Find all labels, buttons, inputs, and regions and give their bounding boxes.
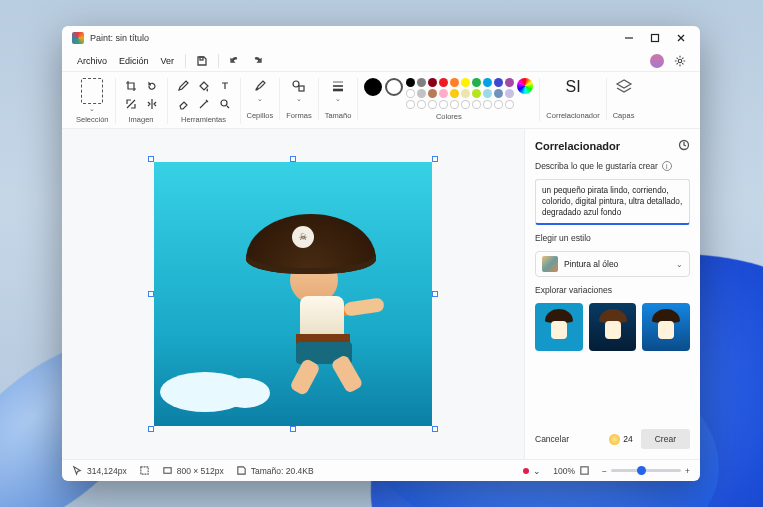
redo-button[interactable] bbox=[247, 52, 267, 70]
swatch[interactable] bbox=[494, 89, 503, 98]
swatch[interactable] bbox=[483, 78, 492, 87]
group-shapes: ⌄ Formas bbox=[280, 78, 318, 120]
zoom-slider[interactable] bbox=[611, 469, 681, 472]
create-button[interactable]: Crear bbox=[641, 429, 690, 449]
color-foreground[interactable] bbox=[364, 78, 382, 96]
swatch[interactable] bbox=[472, 100, 481, 109]
maximize-button[interactable] bbox=[642, 28, 668, 48]
handle-tl[interactable] bbox=[148, 156, 154, 162]
swatch[interactable] bbox=[505, 100, 514, 109]
swatch[interactable] bbox=[472, 89, 481, 98]
group-image: Imagen bbox=[116, 78, 168, 124]
user-avatar[interactable] bbox=[650, 54, 664, 68]
zoom-in[interactable]: + bbox=[685, 466, 690, 476]
close-button[interactable] bbox=[668, 28, 694, 48]
swatch[interactable] bbox=[417, 78, 426, 87]
cocreator-panel: Correlacionador Describa lo que le gusta… bbox=[524, 129, 700, 459]
swatch[interactable] bbox=[428, 89, 437, 98]
color-wheel[interactable] bbox=[517, 78, 533, 94]
magnify-tool[interactable] bbox=[216, 96, 234, 112]
swatch[interactable] bbox=[461, 100, 470, 109]
swatch[interactable] bbox=[406, 78, 415, 87]
minimize-button[interactable] bbox=[616, 28, 642, 48]
app-icon bbox=[72, 32, 84, 44]
variation-1[interactable] bbox=[535, 303, 583, 351]
swatch[interactable] bbox=[450, 100, 459, 109]
canvas-area[interactable]: ☠ bbox=[62, 129, 524, 459]
swatch[interactable] bbox=[494, 78, 503, 87]
swatch[interactable] bbox=[428, 100, 437, 109]
text-tool[interactable] bbox=[216, 78, 234, 94]
cocreator-button[interactable]: SI bbox=[565, 78, 580, 96]
layers-button[interactable] bbox=[615, 78, 633, 96]
fit-icon[interactable] bbox=[579, 465, 590, 476]
group-size: ⌄ Tamaño bbox=[319, 78, 359, 120]
swatch[interactable] bbox=[439, 89, 448, 98]
swatch[interactable] bbox=[483, 100, 492, 109]
swatch[interactable] bbox=[428, 78, 437, 87]
menu-view[interactable]: Ver bbox=[156, 54, 180, 68]
handle-bm[interactable] bbox=[290, 426, 296, 432]
swatch[interactable] bbox=[417, 100, 426, 109]
swatch[interactable] bbox=[483, 89, 492, 98]
pencil-tool[interactable] bbox=[174, 78, 192, 94]
size-picker[interactable]: ⌄ bbox=[330, 78, 346, 102]
color-background[interactable] bbox=[385, 78, 403, 96]
canvas-size: 800 × 512px bbox=[162, 465, 224, 476]
handle-mr[interactable] bbox=[432, 291, 438, 297]
settings-button[interactable] bbox=[670, 52, 690, 70]
swatch[interactable] bbox=[450, 89, 459, 98]
swatch[interactable] bbox=[505, 89, 514, 98]
swatch[interactable] bbox=[472, 78, 481, 87]
info-icon[interactable]: i bbox=[662, 161, 672, 171]
swatch[interactable] bbox=[505, 78, 514, 87]
swatch[interactable] bbox=[406, 89, 415, 98]
eraser-tool[interactable] bbox=[174, 96, 192, 112]
undo-button[interactable] bbox=[225, 52, 245, 70]
window-title: Paint: sin título bbox=[90, 33, 149, 43]
handle-bl[interactable] bbox=[148, 426, 154, 432]
select-tool[interactable]: ⌄ bbox=[81, 78, 103, 112]
swatch[interactable] bbox=[461, 78, 470, 87]
swatch[interactable] bbox=[439, 78, 448, 87]
picker-tool[interactable] bbox=[195, 96, 213, 112]
flip-tool[interactable] bbox=[143, 96, 161, 112]
rotate-tool[interactable] bbox=[143, 78, 161, 94]
variation-3[interactable] bbox=[642, 303, 690, 351]
swatch[interactable] bbox=[461, 89, 470, 98]
zoom-out[interactable]: − bbox=[602, 466, 607, 476]
style-selector[interactable]: Pintura al óleo ⌄ bbox=[535, 251, 690, 277]
crop-tool[interactable] bbox=[122, 78, 140, 94]
disk-icon bbox=[236, 465, 247, 476]
svg-rect-1 bbox=[652, 35, 659, 42]
swatch[interactable] bbox=[417, 89, 426, 98]
selection-frame[interactable]: ☠ bbox=[148, 156, 438, 432]
zoom-level[interactable]: 100% bbox=[553, 465, 590, 476]
zoom-controls[interactable]: − + bbox=[602, 466, 690, 476]
water-splash bbox=[160, 352, 300, 412]
handle-br[interactable] bbox=[432, 426, 438, 432]
menu-file[interactable]: Archivo bbox=[72, 54, 112, 68]
handle-tr[interactable] bbox=[432, 156, 438, 162]
menu-edit[interactable]: Edición bbox=[114, 54, 154, 68]
titlebar: Paint: sin título bbox=[62, 26, 700, 50]
history-icon[interactable] bbox=[678, 139, 690, 153]
brush-picker[interactable]: ⌄ bbox=[252, 78, 268, 102]
swatch[interactable] bbox=[494, 100, 503, 109]
swatch[interactable] bbox=[406, 100, 415, 109]
canvas[interactable]: ☠ bbox=[154, 162, 432, 426]
resize-tool[interactable] bbox=[122, 96, 140, 112]
shapes-picker[interactable]: ⌄ bbox=[291, 78, 307, 102]
cancel-link[interactable]: Cancelar bbox=[535, 434, 569, 444]
swatch[interactable] bbox=[450, 78, 459, 87]
svg-rect-15 bbox=[581, 467, 588, 474]
fill-tool[interactable] bbox=[195, 78, 213, 94]
prompt-input[interactable]: un pequeño pirata lindo, corriendo, colo… bbox=[535, 179, 690, 225]
save-button[interactable] bbox=[192, 52, 212, 70]
handle-ml[interactable] bbox=[148, 291, 154, 297]
cursor-icon bbox=[72, 465, 83, 476]
variation-2[interactable] bbox=[589, 303, 637, 351]
canvas-icon bbox=[162, 465, 173, 476]
swatch[interactable] bbox=[439, 100, 448, 109]
handle-tm[interactable] bbox=[290, 156, 296, 162]
